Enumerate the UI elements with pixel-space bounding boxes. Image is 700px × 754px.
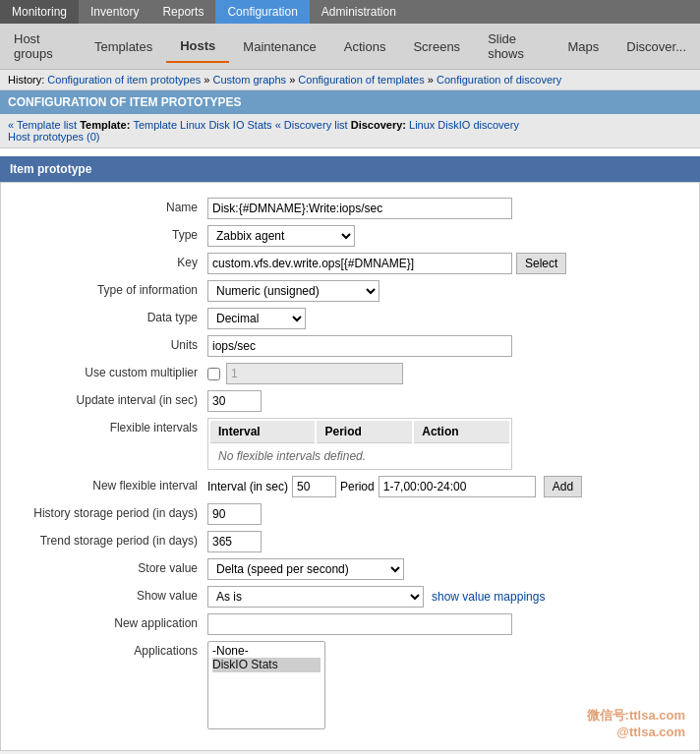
- store-value-select[interactable]: Delta (speed per second): [207, 558, 404, 580]
- trend-label: Trend storage period (in days): [11, 531, 207, 548]
- store-value-label: Store value: [11, 558, 207, 575]
- trend-control: [207, 531, 689, 552]
- breadcrumb-item-1[interactable]: Configuration of item prototypes: [47, 74, 201, 86]
- discovery-list-link[interactable]: « Discovery list: [275, 119, 348, 131]
- data-type-control: Decimal: [207, 308, 689, 329]
- trend-input[interactable]: [207, 531, 262, 552]
- key-select-button[interactable]: Select: [516, 253, 566, 274]
- nav-screens[interactable]: Screens: [399, 31, 474, 62]
- template-list-link[interactable]: « Template list: [8, 119, 77, 131]
- show-value-select[interactable]: As is: [207, 586, 424, 608]
- breadcrumb-item-3[interactable]: Configuration of templates: [298, 74, 424, 86]
- multiplier-label: Use custom multiplier: [11, 363, 207, 379]
- type-info-row: Type of information Numeric (unsigned): [11, 280, 689, 302]
- flex-intervals-label: Flexible intervals: [11, 418, 207, 435]
- data-type-label: Data type: [11, 308, 207, 324]
- section-title: Item prototype: [10, 162, 91, 176]
- name-row: Name: [11, 198, 689, 219]
- template-name-link[interactable]: Template Linux Disk IO Stats: [133, 119, 271, 131]
- type-info-control: Numeric (unsigned): [207, 280, 689, 302]
- breadcrumb-label: History:: [8, 74, 44, 86]
- applications-label: Applications: [11, 641, 207, 658]
- history-row: History storage period (in days): [11, 503, 689, 525]
- applications-control: -None- DiskIO Stats: [207, 641, 689, 729]
- interval-in-sec-label: Interval (in sec): [207, 480, 288, 493]
- units-label: Units: [11, 335, 207, 352]
- history-label: History storage period (in days): [11, 503, 207, 520]
- new-app-control: [207, 613, 689, 635]
- nav-inventory[interactable]: Inventory: [79, 0, 150, 24]
- flex-intervals-control: Interval Period Action No flexible inter…: [207, 418, 689, 470]
- add-flex-button[interactable]: Add: [544, 476, 582, 497]
- data-type-row: Data type Decimal: [11, 308, 689, 329]
- show-value-row: Show value As is show value mappings: [11, 586, 689, 608]
- second-navigation: Host groups Templates Hosts Maintenance …: [0, 24, 700, 70]
- store-value-control: Delta (speed per second): [207, 558, 689, 580]
- multiplier-checkbox[interactable]: [207, 368, 220, 380]
- new-app-input[interactable]: [207, 613, 512, 635]
- units-control: [207, 335, 689, 357]
- nav-slideshows[interactable]: Slide shows: [474, 24, 554, 69]
- interval-in-sec-input[interactable]: [292, 476, 336, 497]
- discovery-label: Discovery:: [351, 119, 409, 131]
- nav-reports[interactable]: Reports: [150, 0, 215, 24]
- applications-option-none[interactable]: -None-: [212, 644, 321, 658]
- show-value-control: As is show value mappings: [207, 586, 689, 608]
- show-value-label: Show value: [11, 586, 207, 603]
- nav-templates[interactable]: Templates: [81, 31, 166, 62]
- nav-administration[interactable]: Administration: [310, 0, 408, 24]
- nav-monitoring[interactable]: Monitoring: [0, 0, 79, 24]
- new-app-label: New application: [11, 613, 207, 630]
- period-label: Period: [340, 480, 375, 493]
- update-interval-input[interactable]: [207, 390, 262, 412]
- flex-intervals-row: Flexible intervals Interval Period Actio…: [11, 418, 689, 470]
- breadcrumb-item-2[interactable]: Custom graphs: [213, 74, 287, 86]
- type-row: Type Zabbix agent: [11, 225, 689, 247]
- show-mappings-link[interactable]: show value mappings: [432, 590, 545, 604]
- form-container: Name Type Zabbix agent Key Select Type: [0, 182, 700, 751]
- type-select[interactable]: Zabbix agent: [207, 225, 355, 247]
- store-value-row: Store value Delta (speed per second): [11, 558, 689, 580]
- name-input[interactable]: [207, 198, 512, 219]
- update-interval-label: Update interval (in sec): [11, 390, 207, 407]
- history-control: [207, 503, 689, 525]
- units-input[interactable]: [207, 335, 512, 357]
- sub-breadcrumb: « Template list Template: Template Linux…: [0, 114, 700, 148]
- nav-maintenance[interactable]: Maintenance: [229, 31, 329, 62]
- breadcrumb: History: Configuration of item prototype…: [0, 70, 700, 90]
- name-control: [207, 198, 689, 219]
- flex-intervals-table: Interval Period Action No flexible inter…: [207, 418, 512, 470]
- new-flex-row: New flexible interval Interval (in sec) …: [11, 476, 689, 497]
- new-app-row: New application: [11, 613, 689, 635]
- nav-host-groups[interactable]: Host groups: [0, 24, 81, 69]
- multiplier-value-input[interactable]: [226, 363, 403, 384]
- type-label: Type: [11, 225, 207, 242]
- period-input[interactable]: [379, 476, 536, 497]
- nav-configuration[interactable]: Configuration: [215, 0, 309, 24]
- key-control: Select: [207, 253, 689, 274]
- host-prototypes-link[interactable]: Host prototypes (0): [8, 131, 100, 143]
- nav-maps[interactable]: Maps: [554, 31, 613, 62]
- type-info-select[interactable]: Numeric (unsigned): [207, 280, 379, 302]
- history-input[interactable]: [207, 503, 262, 525]
- flex-col-action: Action: [414, 421, 509, 443]
- data-type-select[interactable]: Decimal: [207, 308, 306, 329]
- multiplier-row: Use custom multiplier: [11, 363, 689, 384]
- key-input[interactable]: [207, 253, 512, 274]
- nav-hosts[interactable]: Hosts: [166, 30, 229, 63]
- update-interval-control: [207, 390, 689, 412]
- top-navigation: Monitoring Inventory Reports Configurati…: [0, 0, 700, 24]
- type-control: Zabbix agent: [207, 225, 689, 247]
- applications-select[interactable]: -None- DiskIO Stats: [207, 641, 325, 729]
- nav-discover[interactable]: Discover...: [612, 31, 700, 62]
- flex-col-period: Period: [317, 421, 412, 443]
- type-info-label: Type of information: [11, 280, 207, 297]
- new-flex-control: Interval (in sec) Period Add: [207, 476, 689, 497]
- nav-actions[interactable]: Actions: [330, 31, 400, 62]
- applications-option-diskio[interactable]: DiskIO Stats: [212, 658, 321, 671]
- discovery-name-link[interactable]: Linux DiskIO discovery: [409, 119, 519, 131]
- new-flex-label: New flexible interval: [11, 476, 207, 493]
- breadcrumb-item-4[interactable]: Configuration of discovery: [437, 74, 561, 86]
- key-label: Key: [11, 253, 207, 269]
- flex-no-data-row: No flexible intervals defined.: [210, 445, 509, 467]
